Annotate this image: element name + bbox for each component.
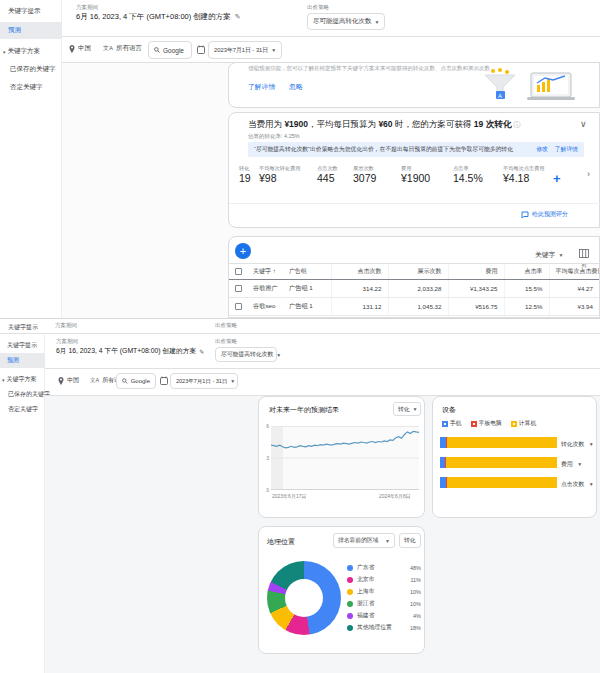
language-filter[interactable]: 文A 所有语言	[103, 44, 142, 53]
edit-pencil-icon[interactable]: ✎	[199, 348, 204, 355]
edit-pencil-icon[interactable]: ✎	[235, 13, 241, 21]
date-range-dropdown[interactable]: 2023年7月1日 - 31日▼	[170, 373, 238, 389]
legend-tablet: 平板电脑	[471, 419, 502, 428]
plan-period-value: 6月 16, 2023, 4 下午 (GMT+08:00) 创建的方案	[76, 12, 231, 22]
device-legend-swatch	[471, 421, 477, 427]
learn-more-link[interactable]: 了解详情	[248, 82, 275, 92]
ytick-3: 3	[261, 455, 269, 461]
device-bar	[440, 477, 557, 488]
sidebar-item-keyword-ideas-partial[interactable]: 关键字提示	[8, 323, 38, 332]
sidebar-item-saved-keywords[interactable]: 已保存的关键字	[8, 390, 50, 399]
geo-legend-dot	[347, 601, 353, 607]
geo-region-dropdown[interactable]: 排名靠前的区域▼	[333, 533, 395, 548]
bidding-strategy-label: 出价策略	[215, 338, 237, 345]
scroll-right-chevron[interactable]: ›	[587, 169, 590, 179]
location-filter[interactable]: 中国	[58, 376, 79, 385]
cell-clicks: 314.22	[331, 280, 388, 298]
forecast-metric-dropdown[interactable]: 转化▼	[393, 402, 421, 416]
header-divider	[45, 368, 600, 369]
calendar-icon	[197, 45, 205, 54]
rate-forecast[interactable]: 给此预测评分	[521, 210, 568, 219]
banner-text: “尽可能提高转化次数”出价策略会为您优化出价，在不超出每日预算的前提下为您争取尽…	[254, 145, 530, 154]
add-keyword-button[interactable]: +	[235, 243, 251, 259]
headline-cost: ¥1900	[284, 119, 308, 129]
geo-legend-row: 其他地理位置18%	[347, 623, 421, 632]
sidebar-item-keyword-ideas[interactable]: 关键字提示	[7, 341, 37, 350]
dismiss-link[interactable]: 忽略	[289, 82, 303, 92]
plan-period-label: 方案期间	[56, 338, 78, 345]
row-checkbox[interactable]	[235, 303, 242, 310]
location-pin-icon	[58, 377, 64, 385]
forecast-page-top: 关键字提示 预测 ▾ 关键字方案 已保存的关键字 否定关键字 方案期间 6月 1…	[0, 0, 600, 318]
sidebar-item-negative-keywords[interactable]: 否定关键字	[10, 83, 43, 92]
metric-ctr: 点击率 14.5%	[453, 165, 483, 184]
table-filter-dropdown[interactable]: 关键字▼	[535, 250, 563, 260]
bidding-strategy-dropdown[interactable]: 尽可能提高转化次数▼	[215, 347, 277, 362]
geo-title: 地理位置	[267, 537, 295, 547]
banner-edit-link[interactable]: 修改	[536, 145, 548, 154]
geo-legend-dot	[347, 577, 353, 583]
geo-donut	[267, 561, 341, 635]
row-checkbox[interactable]	[235, 285, 242, 292]
sidebar-item-negative-keywords[interactable]: 否定关键字	[8, 405, 38, 414]
col-ctr[interactable]: 点击率	[504, 264, 549, 280]
table-header-row: 关键字 ↑ 广告组 点击次数 展示次数 费用 点击率 平均每次点击费用	[229, 264, 599, 280]
geo-metric-dropdown[interactable]: 转化	[399, 533, 421, 548]
add-metric-button[interactable]: +	[553, 171, 561, 186]
geo-legend-dot	[347, 613, 353, 619]
device-legend-swatch	[442, 421, 448, 427]
sidebar-item-forecast[interactable]: 预测	[0, 353, 45, 368]
promo-actions: 了解详情 忽略	[248, 82, 303, 92]
screenshot-canvas: 关键字提示 预测 ▾ 关键字方案 已保存的关键字 否定关键字 方案期间 6月 1…	[0, 0, 600, 673]
expand-arrow-icon: ▾	[3, 49, 6, 55]
sidebar-item-keyword-plan[interactable]: ▾ 关键字方案	[3, 47, 40, 56]
chevron-down-icon: ▼	[385, 538, 390, 544]
select-all-checkbox[interactable]	[235, 268, 242, 275]
calendar-icon	[160, 376, 168, 385]
col-impressions[interactable]: 展示次数	[388, 264, 448, 280]
sidebar-item-keyword-ideas[interactable]: 关键字提示	[8, 7, 41, 16]
sidebar: 关键字提示 预测 ▾ 关键字方案 已保存的关键字 否定关键字	[0, 334, 45, 673]
funnel-laptop-illustration: A	[479, 67, 579, 103]
metric-conversions: 转化 19	[239, 165, 251, 184]
cell-adgroup: 广告组 1	[283, 280, 331, 298]
donut-hole	[285, 579, 323, 617]
geo-legend-row: 浙江省10%	[347, 599, 421, 608]
col-avg-cpc[interactable]: 平均每次点击费用	[549, 264, 599, 280]
chevron-down-icon: ▼	[413, 406, 418, 412]
geo-legend-dot	[347, 589, 353, 595]
device-metric-clicks[interactable]: 点击次数 ▼	[561, 480, 594, 489]
device-bar	[440, 457, 557, 468]
summary-divider	[229, 203, 600, 204]
metric-avg-cost-per-conv: 平均每次转化费用 ¥98	[259, 165, 301, 184]
cell-cost: ¥516.75	[448, 298, 504, 316]
network-selector[interactable]: Google	[148, 41, 192, 59]
cell-clicks: 131.12	[331, 298, 388, 316]
header-divider	[62, 36, 600, 37]
device-metric-conversions[interactable]: 转化次数 ▼	[561, 440, 594, 449]
location-filter[interactable]: 中国	[69, 44, 91, 53]
chevron-down-icon: ▼	[271, 47, 276, 53]
collapse-chevron-icon[interactable]: ∨	[580, 119, 587, 129]
device-metric-cost[interactable]: 费用 ▼	[561, 460, 582, 469]
device-bar	[440, 437, 557, 448]
date-range-dropdown[interactable]: 2023年7月1日 - 31日▼	[208, 41, 282, 59]
cell-keyword: 谷歌推广	[247, 280, 283, 298]
cell-avg-cpc: ¥4.27	[549, 280, 599, 298]
chevron-down-icon: ▼	[589, 481, 594, 487]
col-clicks[interactable]: 点击次数	[331, 264, 388, 280]
bidding-strategy-dropdown[interactable]: 尽可能提高转化次数▼	[307, 13, 385, 30]
banner-learn-link[interactable]: 了解详情	[555, 145, 578, 154]
sidebar-item-keyword-plan[interactable]: ▾ 关键字方案	[2, 375, 37, 384]
col-adgroup[interactable]: 广告组	[283, 264, 331, 280]
col-cost[interactable]: 费用	[448, 264, 504, 280]
strip-divider	[0, 333, 600, 334]
network-selector[interactable]: Google	[116, 373, 156, 389]
col-keyword[interactable]: 关键字 ↑	[247, 264, 283, 280]
geo-legend-row: 北京市11%	[347, 575, 421, 584]
metric-impressions: 展示次数 3079	[353, 165, 376, 184]
search-icon	[154, 47, 160, 53]
sidebar-item-saved-keywords[interactable]: 已保存的关键字	[10, 65, 56, 74]
sidebar-item-forecast[interactable]: 预测	[0, 22, 62, 39]
forecast-page-bottom: 关键字提示 方案期间 出价策略 关键字提示 预测 ▾ 关键字方案 已保存的关键字…	[0, 318, 600, 673]
